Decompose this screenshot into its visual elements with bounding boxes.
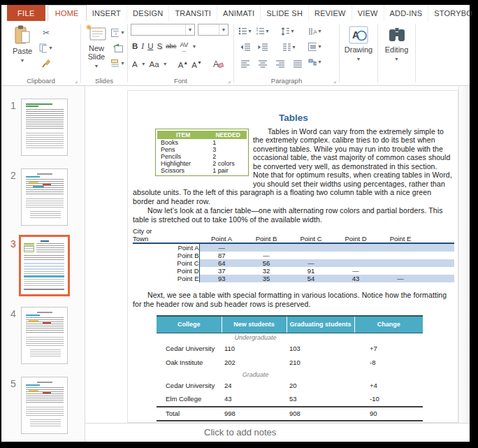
format-painter-button[interactable] [39, 57, 53, 70]
strikethrough-button[interactable]: abc [166, 41, 176, 51]
change-case-button[interactable]: Aa [150, 59, 159, 69]
points-header-row: City or Town Point A Point B Point C Poi… [133, 227, 454, 243]
paragraph-group-label: Paragraph [234, 77, 339, 85]
text-direction-button[interactable]: A ▼ [308, 24, 322, 38]
table-row: Cedar University 110 103 +7 [157, 342, 423, 356]
slide-3-page[interactable] [19, 235, 70, 296]
slide-1-page[interactable] [21, 99, 68, 156]
editing-binoculars-icon [382, 26, 412, 44]
powerpoint-window: FILE HOME INSERT DESIGN TRANSITI ANIMATI… [1, 5, 470, 442]
paste-button[interactable]: Paste ▼ [7, 24, 38, 64]
clear-formatting-button[interactable]: A [212, 57, 226, 71]
tab-transitions[interactable]: TRANSITI [169, 5, 217, 21]
decrease-indent-button[interactable] [238, 41, 252, 54]
increase-indent-button[interactable] [256, 41, 270, 54]
notes-placeholder[interactable]: Click to add notes [85, 423, 470, 442]
new-slide-button[interactable]: New Slide ▼ [82, 24, 111, 69]
shrink-arrow-icon: ▼ [197, 60, 202, 65]
slide-layout-button[interactable]: ▼ [111, 26, 125, 39]
line-spacing-button[interactable]: ▼ [281, 24, 295, 38]
font-name-dropdown-icon[interactable]: ▼ [185, 24, 194, 35]
editing-button[interactable]: Editing ▼ [382, 26, 412, 62]
clipboard-dialog-launcher[interactable]: ⌟ [75, 78, 78, 83]
bullets-button[interactable]: ▼ [238, 24, 252, 38]
ribbon-tab-bar: FILE HOME INSERT DESIGN TRANSITI ANIMATI… [1, 5, 470, 21]
svg-text:A: A [213, 59, 219, 68]
align-right-button[interactable] [273, 57, 287, 71]
align-text-icon [308, 43, 317, 51]
svg-text:A: A [313, 29, 317, 36]
font-size-dropdown-icon[interactable]: ▼ [219, 24, 228, 35]
slide-title[interactable]: Tables [133, 114, 454, 123]
tab-storyboarding[interactable]: STORYBO [428, 5, 478, 21]
shrink-font-button[interactable]: A▼ [191, 58, 202, 70]
paragraph-special-formatting[interactable]: Next, we see a table with special format… [133, 291, 454, 308]
reset-slide-button[interactable] [111, 41, 125, 55]
slide-number: 5 [10, 378, 16, 389]
slide-2-page[interactable] [21, 168, 68, 226]
copy-icon [39, 43, 47, 53]
table-row: Oak Institute 202 210 -8 [157, 356, 423, 370]
drawing-caret-icon: ▼ [356, 57, 361, 62]
paragraph-fancier-table[interactable]: Now let’s look at a fancier table—one wi… [133, 206, 454, 224]
group-paragraph: ▼ ▼ ▼ [234, 21, 339, 85]
group-separator [415, 24, 416, 82]
italic-button[interactable]: I [141, 41, 144, 51]
reset-icon [113, 43, 123, 52]
paragraph-dialog-launcher[interactable]: ⌟ [333, 78, 336, 83]
tab-view[interactable]: VIEW [352, 5, 384, 21]
group-slides: New Slide ▼ ▼ [81, 21, 127, 85]
font-color-caret-icon: ▼ [141, 62, 146, 66]
section-button[interactable]: ▼ [111, 57, 125, 70]
slides-group-label: Slides [81, 77, 127, 85]
font-color-button[interactable]: A [132, 59, 138, 69]
clipboard-paste-icon [7, 24, 38, 45]
align-center-button[interactable] [256, 57, 270, 71]
college-table[interactable]: College New students Graduating students… [157, 315, 423, 421]
slide-5-page[interactable] [21, 377, 68, 434]
text-shadow-button[interactable]: S [157, 41, 162, 51]
character-spacing-button[interactable]: AV↔ [180, 40, 188, 52]
tab-slideshow[interactable]: SLIDE SH [261, 5, 309, 21]
smartart-icon [308, 58, 317, 66]
paste-caret-icon: ▼ [20, 58, 25, 63]
slide-number: 2 [10, 170, 16, 181]
clipboard-group-label: Clipboard [1, 77, 80, 85]
font-size-combo[interactable]: ▼ [198, 24, 229, 36]
tab-file[interactable]: FILE [7, 5, 45, 21]
new-slide-icon [82, 24, 111, 43]
font-name-combo[interactable]: ▼ [131, 24, 195, 36]
cut-button[interactable]: ✂ [39, 26, 53, 39]
vertical-scrollbar[interactable] [458, 86, 470, 423]
justify-icon [293, 60, 303, 68]
line-spacing-icon [281, 27, 289, 36]
convert-smartart-button[interactable]: ▼ [308, 55, 322, 68]
slide-4-page[interactable] [21, 307, 68, 364]
tab-addins[interactable]: ADD-INS [384, 5, 429, 21]
copy-button[interactable]: ▼ [39, 41, 53, 55]
align-text-button[interactable]: ▼ [308, 40, 322, 53]
tab-design[interactable]: DESIGN [127, 5, 169, 21]
tab-home[interactable]: HOME [48, 5, 87, 21]
tab-insert[interactable]: INSERT [87, 5, 127, 21]
tab-animations[interactable]: ANIMATI [217, 5, 261, 21]
drawing-button[interactable]: A Drawing ▼ [343, 26, 374, 62]
table-row: Pens3 [157, 146, 247, 153]
underline-button[interactable]: U [147, 41, 153, 51]
supplies-table[interactable]: ITEM NEEDED Books1 Pens3 Pencils2 Highli… [155, 129, 249, 177]
slide-layout-icon [111, 29, 119, 37]
table-row: Highlighter2 colors [157, 160, 247, 167]
justify-button[interactable] [291, 57, 305, 71]
slide-canvas[interactable]: Tables ITEM NEEDED Books1 Pens3 Pencils2… [127, 90, 458, 423]
grow-font-button[interactable]: A▲ [178, 58, 189, 70]
align-left-button[interactable] [238, 57, 252, 71]
points-table[interactable]: City or Town Point A Point B Point C Poi… [133, 227, 454, 282]
font-dialog-launcher[interactable]: ⌟ [228, 78, 231, 83]
bold-button[interactable]: B [132, 41, 138, 51]
table-row: Point A — [133, 243, 454, 252]
tab-review[interactable]: REVIEW [309, 5, 352, 21]
editing-caret-icon: ▼ [394, 57, 399, 62]
columns-button[interactable]: ▼ [282, 41, 296, 54]
numbering-button[interactable]: ▼ [256, 24, 270, 38]
new-slide-caret-icon: ▼ [94, 64, 99, 68]
